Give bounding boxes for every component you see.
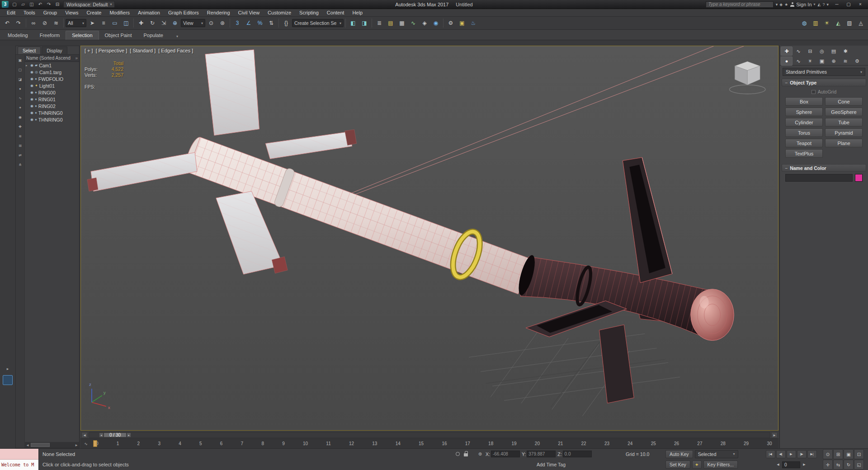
- filter-lights-icon[interactable]: ✦: [17, 105, 24, 111]
- maxscript-mini-listener[interactable]: Welcome to M: [0, 449, 39, 470]
- visibility-eye-icon[interactable]: ◉: [30, 118, 33, 122]
- redo-icon[interactable]: ↷: [45, 1, 53, 8]
- layer-states-icon[interactable]: ◬: [855, 18, 866, 28]
- filter-helpers-icon[interactable]: ✚: [17, 124, 24, 130]
- help-menu-icon[interactable]: ▾: [826, 2, 829, 7]
- scene-object-row[interactable]: ◉●THNRING0: [25, 116, 79, 123]
- menu-group[interactable]: Group: [39, 9, 61, 16]
- frame-tick-4[interactable]: 4: [179, 441, 181, 446]
- render-in-cloud-icon[interactable]: ◍: [799, 18, 810, 28]
- render-setup-icon[interactable]: ⚙: [445, 18, 456, 28]
- motion-tab[interactable]: ◎: [816, 47, 828, 56]
- hierarchy-tab[interactable]: ⊟: [804, 47, 816, 56]
- project-folder-icon[interactable]: ⊟: [53, 1, 61, 8]
- visibility-eye-icon[interactable]: ◉: [30, 63, 33, 67]
- scene-object-row[interactable]: ◉●RING02: [25, 103, 79, 109]
- maximize-viewport-toggle-button[interactable]: ◱: [854, 460, 864, 470]
- open-panel-icon[interactable]: ▸: [4, 365, 12, 372]
- primitive-box-button[interactable]: Box: [785, 97, 823, 106]
- primitive-teapot-button[interactable]: Teapot: [785, 139, 823, 147]
- zoom-extents-all-button[interactable]: ⊡: [854, 449, 864, 459]
- edit-named-selection-sets-icon[interactable]: {}: [281, 18, 292, 28]
- object-type-rollout-header[interactable]: − Object Type: [782, 79, 866, 86]
- menu-help[interactable]: Help: [348, 9, 367, 16]
- select-and-rotate-icon[interactable]: ↻: [147, 18, 158, 28]
- zoom-extents-button[interactable]: ▣: [844, 449, 854, 459]
- select-by-name-icon[interactable]: ≡: [98, 18, 109, 28]
- cameras-category[interactable]: ▣: [816, 56, 828, 66]
- frame-tick-11[interactable]: 11: [326, 441, 330, 446]
- menu-civil-view[interactable]: Civil View: [234, 9, 264, 16]
- frame-tick-12[interactable]: 12: [349, 441, 354, 446]
- select-and-link-icon[interactable]: ∞: [28, 18, 39, 28]
- track-bar[interactable]: ∿ 01234567891011121314151617181920212223…: [80, 438, 778, 448]
- autogrid-checkbox[interactable]: AutoGrid: [782, 89, 866, 94]
- object-color-swatch[interactable]: [855, 174, 863, 182]
- open-file-icon[interactable]: ▱: [19, 1, 27, 8]
- schematic-view-icon[interactable]: ◈: [419, 18, 430, 28]
- minimize-button[interactable]: ─: [831, 0, 843, 8]
- toggle-scene-explorer-icon[interactable]: ≣: [374, 18, 385, 28]
- state-sets-icon[interactable]: ▧: [844, 18, 855, 28]
- filter-groups-icon[interactable]: ⊞: [17, 143, 24, 149]
- redo-icon[interactable]: ↷: [13, 18, 24, 28]
- previous-frame-button[interactable]: ◀|: [776, 450, 786, 458]
- frame-tick-2[interactable]: 2: [137, 441, 140, 446]
- mini-curve-editor-button[interactable]: ∿: [82, 441, 90, 447]
- filter-cameras-icon[interactable]: ◉: [17, 114, 24, 120]
- frame-tick-23[interactable]: 23: [604, 441, 609, 446]
- scene-object-row[interactable]: ◉●RING00: [25, 89, 79, 96]
- material-editor-icon[interactable]: ◉: [430, 18, 441, 28]
- previous-frame-nub[interactable]: ◂: [99, 432, 104, 437]
- scrollbar-thumb[interactable]: [31, 443, 50, 447]
- walk-through-button[interactable]: ⇆: [833, 460, 843, 470]
- scene-object-row[interactable]: ◉●THNRING0: [25, 109, 79, 116]
- slider-right-end-button[interactable]: ▶: [771, 432, 778, 438]
- frame-tick-30[interactable]: 30: [767, 441, 772, 446]
- menu-animation[interactable]: Animation: [134, 9, 164, 16]
- frame-tick-22[interactable]: 22: [581, 441, 586, 446]
- current-time-marker[interactable]: [93, 440, 97, 447]
- bind-to-space-warp-icon[interactable]: ≋: [51, 18, 61, 28]
- perspective-viewport[interactable]: x y z [ + ] [ Perspective ] [ Standard ]…: [80, 46, 778, 431]
- scene-object-row[interactable]: ▸◉▰Cam1: [25, 62, 79, 69]
- scene-object-row[interactable]: ◉✦Light01: [25, 82, 79, 89]
- frame-ruler[interactable]: 0123456789101112131415161718192021222324…: [90, 441, 778, 446]
- listener-input-row[interactable]: [0, 449, 38, 460]
- frame-tick-3[interactable]: 3: [158, 441, 160, 446]
- scrollbar-track[interactable]: [31, 443, 73, 447]
- menu-graph-editors[interactable]: Graph Editors: [164, 9, 203, 16]
- zoom-button[interactable]: ⊙: [823, 449, 833, 459]
- frame-tick-8[interactable]: 8: [261, 441, 264, 446]
- render-gallery-icon[interactable]: ▥: [810, 18, 821, 28]
- display-none-icon[interactable]: ▢: [17, 67, 24, 73]
- close-button[interactable]: ×: [854, 0, 866, 8]
- visibility-eye-icon[interactable]: ◉: [30, 70, 33, 74]
- primitive-category-dropdown[interactable]: Standard Primitives ▾: [783, 68, 865, 76]
- frame-tick-13[interactable]: 13: [372, 441, 377, 446]
- render-production-icon[interactable]: ♨: [468, 18, 479, 28]
- undo-icon[interactable]: ↶: [2, 18, 13, 28]
- communication-center-icon[interactable]: ◈: [779, 2, 783, 7]
- shapes-category[interactable]: ∿: [793, 56, 804, 66]
- frame-tick-9[interactable]: 9: [282, 441, 285, 446]
- geometry-category[interactable]: ●: [781, 56, 793, 66]
- utilities-tab[interactable]: ✱: [840, 47, 851, 56]
- select-and-scale-icon[interactable]: ⇲: [158, 18, 169, 28]
- undo-icon[interactable]: ↶: [36, 1, 44, 8]
- menu-rendering[interactable]: Rendering: [203, 9, 234, 16]
- exchange-apps-icon[interactable]: ◭: [818, 2, 821, 7]
- infocenter-search-input[interactable]: [706, 1, 774, 8]
- ribbon-tab-modeling[interactable]: Modeling: [2, 31, 34, 40]
- unlink-selection-icon[interactable]: ⊘: [39, 18, 50, 28]
- frame-tick-10[interactable]: 10: [303, 441, 308, 446]
- name-color-rollout-header[interactable]: − Name and Color: [782, 164, 866, 172]
- rendered-frame-window-icon[interactable]: ▣: [457, 18, 467, 28]
- listener-output-row[interactable]: Welcome to M: [0, 460, 38, 470]
- favorites-icon[interactable]: ★: [784, 2, 788, 7]
- frame-tick-25[interactable]: 25: [651, 441, 656, 446]
- primitive-plane-button[interactable]: Plane: [825, 139, 863, 147]
- scene-object-row[interactable]: ◉●FWDFOLIO: [25, 75, 79, 82]
- frame-tick-14[interactable]: 14: [396, 441, 401, 446]
- ribbon-tab-populate[interactable]: Populate: [137, 31, 169, 40]
